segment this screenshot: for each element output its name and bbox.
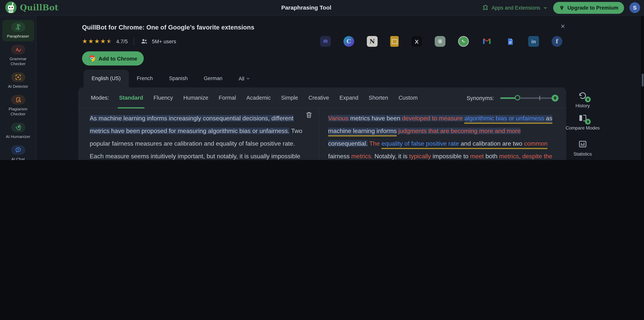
rail-item-statistics[interactable]: Statistics xyxy=(564,140,602,157)
mode-expand[interactable]: Expand xyxy=(340,87,358,108)
output-token[interactable]: Notably, it is xyxy=(373,153,409,160)
mode-simple[interactable]: Simple xyxy=(281,87,298,108)
output-text[interactable]: Various metrics have been developed to m… xyxy=(328,112,558,160)
sidebar-item-paraphraser[interactable]: Paraphraser xyxy=(2,20,34,42)
sidebar-item-ai-chat[interactable]: AI Chat xyxy=(2,143,34,160)
close-icon[interactable]: ✕ xyxy=(560,23,565,30)
output-token[interactable]: common xyxy=(522,140,548,149)
mode-humanize[interactable]: Humanize xyxy=(183,87,208,108)
synonyms-label: Synonyms: xyxy=(467,95,494,101)
premium-gem-badge-icon xyxy=(585,96,591,102)
output-token[interactable]: fairness xyxy=(328,153,351,160)
upgrade-premium-button[interactable]: Upgrade to Premium xyxy=(553,2,624,14)
ai-chat-icon xyxy=(11,145,25,155)
tab-spanish[interactable]: Spanish xyxy=(161,70,196,88)
sidebar-item-ai-detector[interactable]: AI Detector xyxy=(2,70,34,92)
output-token[interactable]: impossible to xyxy=(431,153,470,160)
users-icon xyxy=(140,38,148,45)
canva-icon: C xyxy=(344,36,354,47)
trash-icon[interactable] xyxy=(305,111,313,119)
sidebar-item-grammar-checker[interactable]: AGrammar Checker xyxy=(2,42,34,69)
mode-standard[interactable]: Standard xyxy=(119,87,143,108)
brand-wordmark: QuillBot xyxy=(20,3,58,12)
quillbot-logo[interactable]: QuillBot xyxy=(4,1,58,14)
output-token[interactable]: consequential. xyxy=(328,140,368,147)
synonyms-control: Synonyms: xyxy=(467,88,558,108)
integration-icons-row: CNX✳inf xyxy=(320,36,562,47)
mode-academic[interactable]: Academic xyxy=(246,87,271,108)
input-text[interactable]: As machine learning informs increasingly… xyxy=(90,112,303,160)
quillbot-robot-icon xyxy=(4,1,17,14)
premium-gem-badge-icon xyxy=(585,119,591,124)
sidebar-item-label: AI Detector xyxy=(4,84,32,89)
rail-item-compare-modes[interactable]: Compare Modes xyxy=(564,114,602,131)
scrollbar[interactable] xyxy=(642,74,644,86)
page-title: Paraphrasing Tool xyxy=(281,0,331,15)
ai-detector-icon xyxy=(11,72,25,82)
ai-humanizer-icon xyxy=(11,123,25,132)
gem-icon xyxy=(559,5,565,10)
mode-formal[interactable]: Formal xyxy=(219,87,236,108)
mode-custom[interactable]: Custom xyxy=(398,87,418,108)
sidebar-item-ai-humanizer[interactable]: AI Humanizer xyxy=(2,120,34,142)
rating-value: 4.7/5 xyxy=(116,38,128,44)
top-header: QuillBot Paraphrasing Tool Apps and Exte… xyxy=(0,0,644,16)
output-token[interactable]: The xyxy=(368,140,382,147)
discord-icon xyxy=(320,36,331,47)
slider-knob[interactable] xyxy=(515,95,520,100)
output-token[interactable]: and calibration are two xyxy=(459,140,522,149)
output-token[interactable]: developed to measure xyxy=(402,115,464,122)
linkedin-icon: in xyxy=(528,36,539,47)
upgrade-label: Upgrade to Premium xyxy=(567,5,618,10)
synonyms-slider[interactable] xyxy=(500,94,558,102)
x-icon: X xyxy=(411,36,422,47)
puzzle-icon xyxy=(482,4,489,11)
compare-modes-icon xyxy=(578,114,587,123)
notion-icon: N xyxy=(367,36,378,47)
language-tabs: English (US)FrenchSpanishGermanAll xyxy=(84,70,258,88)
modes-row: Modes: StandardFluencyHumanizeFormalAcad… xyxy=(78,88,566,108)
mode-creative[interactable]: Creative xyxy=(308,87,329,108)
tab-all-languages[interactable]: All xyxy=(230,76,258,82)
output-token[interactable]: typically xyxy=(409,153,431,160)
star-rating-icon: ★★★★★ xyxy=(82,37,112,46)
output-token[interactable]: Various xyxy=(328,115,350,122)
rail-item-history[interactable]: History xyxy=(564,91,602,108)
tab-english-us-[interactable]: English (US) xyxy=(84,70,129,88)
google-docs-icon xyxy=(505,36,516,47)
sidebar-item-plagiarism-checker[interactable]: Plagiarism Checker xyxy=(2,93,34,119)
mode-shorten[interactable]: Shorten xyxy=(369,87,388,108)
output-token[interactable]: algorithmic bias or unfairness xyxy=(464,115,544,124)
modes-label: Modes: xyxy=(91,95,109,101)
svg-text:A: A xyxy=(16,47,18,52)
sidebar-item-label: Plagiarism Checker xyxy=(4,106,32,116)
slider-premium-gem-icon xyxy=(552,94,558,101)
chatgpt-icon: ✳ xyxy=(435,36,446,47)
mode-fluency[interactable]: Fluency xyxy=(154,87,173,108)
output-token[interactable]: metrics. xyxy=(351,153,373,160)
users-count: 5M+ users xyxy=(152,38,176,44)
output-token[interactable]: meet xyxy=(470,153,484,160)
output-token[interactable]: both xyxy=(484,153,499,160)
sidebar-item-label: Grammar Checker xyxy=(4,56,32,66)
left-sidebar: ParaphraserAGrammar CheckerAI DetectorPl… xyxy=(0,15,36,160)
gmail-icon xyxy=(482,36,492,47)
paraphraser-icon xyxy=(11,22,25,32)
sidebar-item-label: Paraphraser xyxy=(4,34,32,39)
rail-item-label: Statistics xyxy=(565,152,600,157)
add-to-chrome-button[interactable]: Add to Chrome xyxy=(82,51,144,66)
add-to-chrome-label: Add to Chrome xyxy=(98,56,137,62)
rail-item-label: History xyxy=(565,103,600,108)
apps-extensions-menu[interactable]: Apps and Extensions xyxy=(482,4,548,11)
tab-french[interactable]: French xyxy=(129,70,161,88)
output-token[interactable]: metrics have been xyxy=(350,115,402,122)
chevron-down-icon xyxy=(543,5,548,10)
avatar[interactable]: S xyxy=(630,2,640,13)
rail-item-label: Compare Modes xyxy=(565,125,600,131)
tab-german[interactable]: German xyxy=(196,70,230,88)
output-token[interactable]: judgments that are becoming more and mor… xyxy=(397,128,521,134)
input-selected-sentence[interactable]: As machine learning informs increasingly… xyxy=(90,115,294,134)
output-token[interactable]: equality of false positive rate xyxy=(382,140,459,149)
grammar-checker-icon: A xyxy=(11,45,25,54)
banner-title: QuillBot for Chrome: One of Google’s fav… xyxy=(82,24,254,31)
